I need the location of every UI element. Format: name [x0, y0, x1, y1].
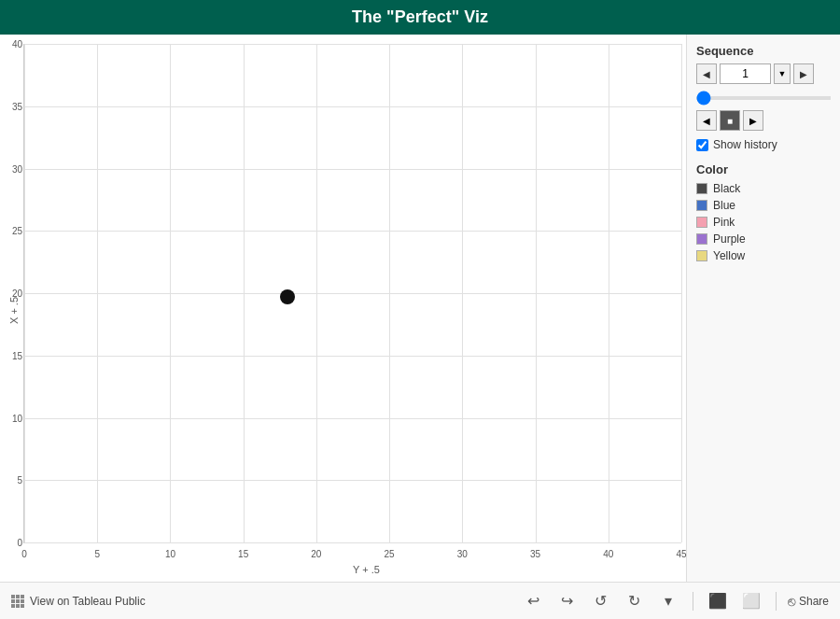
x-tick-label: 35: [530, 549, 540, 559]
color-label: Yellow: [713, 249, 745, 262]
y-axis-label: X + .5: [5, 44, 23, 577]
show-history-row: Show history: [696, 138, 831, 151]
tableau-icon: [11, 595, 24, 608]
sequence-dropdown-button[interactable]: ▼: [774, 63, 791, 84]
color-swatch: [696, 233, 707, 245]
grid-line-horizontal: [24, 106, 681, 107]
x-tick-label: 45: [676, 549, 686, 559]
download-button[interactable]: ⬛: [705, 588, 731, 614]
footer-left: View on Tableau Public: [11, 595, 146, 608]
sequence-label: Sequence: [696, 44, 831, 58]
sequence-controls: ◀ ▼ ▶: [696, 63, 831, 84]
color-legend-title: Color: [696, 162, 831, 176]
color-legend-item: Black: [696, 182, 831, 195]
grid-line-vertical: [24, 44, 25, 542]
playback-controls: ◀ ■ ▶: [696, 110, 831, 131]
share-button[interactable]: ⎋ Share: [788, 594, 829, 609]
grid-line-horizontal: [24, 418, 681, 419]
more-options-button[interactable]: ▾: [655, 588, 681, 614]
y-tick-label: 15: [12, 350, 22, 360]
forward-button[interactable]: ↻: [622, 588, 648, 614]
y-tick-label: 40: [12, 39, 22, 49]
footer-right: ↩ ↪ ↺ ↻ ▾ ⬛ ⬜ ⎋ Share: [521, 588, 829, 614]
y-tick-label: 30: [12, 163, 22, 174]
grid-line-horizontal: [24, 231, 681, 232]
color-legend-item: Pink: [696, 216, 831, 229]
x-tick-label: 20: [311, 549, 321, 559]
x-axis-label: Y + .5: [23, 543, 681, 577]
y-tick-label: 5: [17, 475, 22, 485]
x-tick-label: 25: [385, 549, 395, 559]
grid-line-horizontal: [24, 44, 681, 45]
grid-line-horizontal: [24, 542, 681, 543]
grid-line-vertical: [97, 44, 98, 542]
share-icon: ⎋: [788, 594, 795, 609]
grid-line-horizontal: [24, 356, 681, 357]
y-tick-label: 35: [12, 101, 22, 111]
y-tick-label: 10: [12, 413, 22, 423]
grid-line-horizontal: [24, 480, 681, 481]
color-legend: BlackBluePinkPurpleYellow: [696, 182, 831, 262]
x-tick-label: 15: [238, 549, 248, 559]
grid-line-horizontal: [24, 169, 681, 170]
grid-line-vertical: [389, 44, 390, 542]
color-swatch: [696, 217, 707, 228]
sequence-input[interactable]: [720, 63, 771, 84]
share-label: Share: [799, 595, 829, 608]
sequence-prev-button[interactable]: ◀: [696, 63, 717, 84]
fullscreen-button[interactable]: ⬜: [738, 588, 764, 614]
y-tick-label: 20: [12, 288, 22, 299]
grid-line-vertical: [609, 44, 609, 542]
sequence-slider-container: [696, 90, 831, 103]
sequence-next-button[interactable]: ▶: [793, 63, 814, 84]
chart-section: X + .5 051015202530354005101520253035404…: [0, 35, 686, 582]
grid-line-vertical: [462, 44, 463, 542]
chart-plot-area: 0510152025303540051015202530354045: [23, 44, 681, 543]
x-tick-label: 40: [603, 549, 613, 559]
x-tick-label: 30: [457, 549, 468, 559]
color-legend-item: Yellow: [696, 249, 831, 262]
y-tick-label: 25: [12, 226, 22, 236]
show-history-label[interactable]: Show history: [713, 138, 777, 151]
color-label: Purple: [713, 232, 746, 246]
show-history-checkbox[interactable]: [696, 139, 708, 151]
x-tick-label: 5: [94, 549, 100, 559]
x-tick-label: 10: [165, 549, 175, 559]
color-swatch: [696, 250, 707, 261]
playback-prev-button[interactable]: ◀: [696, 110, 717, 131]
redo-button[interactable]: ↪: [554, 588, 581, 614]
sidebar: Sequence ◀ ▼ ▶ ◀ ■ ▶: [686, 35, 840, 582]
footer-divider: [693, 592, 693, 611]
x-tick-label: 0: [21, 549, 27, 559]
grid-line-horizontal: [24, 293, 681, 294]
color-label: Pink: [713, 216, 735, 229]
color-legend-section: Color BlackBluePinkPurpleYellow: [696, 162, 831, 262]
color-swatch: [696, 200, 707, 211]
chart-title: The "Perfect" Viz: [0, 0, 840, 35]
grid-line-vertical: [536, 44, 537, 542]
grid-line-vertical: [681, 44, 682, 542]
color-label: Black: [713, 182, 740, 195]
footer-bar: View on Tableau Public ↩ ↪ ↺ ↻ ▾ ⬛ ⬜ ⎋ S…: [0, 582, 840, 619]
color-legend-item: Purple: [696, 232, 831, 246]
grid-line-vertical: [244, 44, 245, 542]
color-swatch: [696, 183, 707, 194]
footer-divider-2: [776, 592, 777, 611]
playback-next-button[interactable]: ▶: [743, 110, 763, 131]
sequence-section: Sequence ◀ ▼ ▶ ◀ ■ ▶: [696, 44, 831, 151]
playback-stop-button[interactable]: ■: [720, 110, 740, 131]
y-tick-label: 0: [17, 538, 22, 548]
undo-button[interactable]: ↩: [521, 588, 547, 614]
color-legend-item: Blue: [696, 199, 831, 212]
color-label: Blue: [713, 199, 735, 212]
grid-line-vertical: [316, 44, 317, 542]
grid-line-vertical: [170, 44, 171, 542]
revert-button[interactable]: ↺: [588, 588, 614, 614]
tableau-public-link[interactable]: View on Tableau Public: [30, 595, 146, 608]
sequence-slider[interactable]: [696, 96, 831, 100]
data-point: [280, 289, 295, 304]
